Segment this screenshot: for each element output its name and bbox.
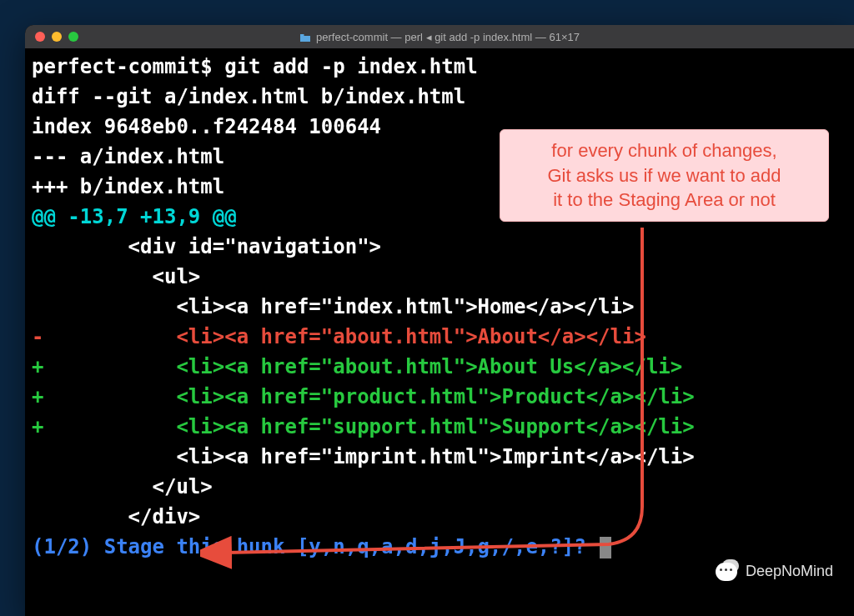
context-line: <ul> [32,265,200,288]
context-line: </div> [32,505,200,528]
from-file: --- a/index.html [32,145,224,168]
minimize-button[interactable] [52,32,62,42]
close-button[interactable] [35,32,45,42]
context-line: <li><a href="imprint.html">Imprint</a></… [32,445,695,468]
folder-icon [299,33,311,42]
added-line: + <li><a href="support.html">Support</a>… [32,415,695,438]
window-title-text: perfect-commit — perl ◂ git add -p index… [316,31,580,43]
callout-line: it to the Staging Area or not [514,188,815,213]
index-line: index 9648eb0..f242484 100644 [32,115,381,138]
window-controls [25,32,78,42]
added-line: + <li><a href="product.html">Product</a>… [32,385,695,408]
context-line: </ul> [32,475,213,498]
maximize-button[interactable] [68,32,78,42]
to-file: +++ b/index.html [32,175,224,198]
hunk-header: @@ -13,7 +13,9 @@ [32,205,237,228]
terminal-content[interactable]: perfect-commit$ git add -p index.html di… [25,48,854,565]
stage-prompt: (1/2) Stage this hunk [y,n,q,a,d,j,J,g,/… [32,535,598,558]
watermark-text: DeepNoMind [746,563,833,580]
callout-line: Git asks us if we want to add [514,163,815,188]
window-titlebar: perfect-commit — perl ◂ git add -p index… [25,25,854,48]
chat-icon [712,559,739,583]
deleted-line: - <li><a href="about.html">About</a></li… [32,325,646,348]
callout-line: for every chunk of changes, [514,138,815,163]
terminal-window: perfect-commit — perl ◂ git add -p index… [25,25,854,616]
prompt: perfect-commit$ [32,55,224,78]
diff-header: diff --git a/index.html b/index.html [32,85,465,108]
context-line: <div id="navigation"> [32,235,381,258]
annotation-callout: for every chunk of changes, Git asks us … [500,129,829,222]
cursor [600,537,611,558]
window-title: perfect-commit — perl ◂ git add -p index… [25,31,854,43]
added-line: + <li><a href="about.html">About Us</a><… [32,355,682,378]
command: git add -p index.html [224,55,477,78]
context-line: <li><a href="index.html">Home</a></li> [32,295,634,318]
watermark: DeepNoMind [712,559,833,583]
